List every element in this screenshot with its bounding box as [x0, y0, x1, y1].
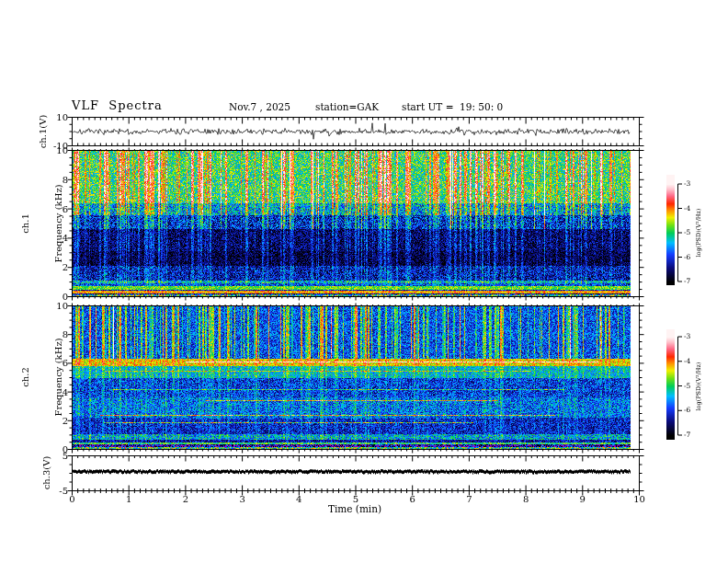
ch1-spec-y-tick-label: 4: [40, 233, 68, 243]
ch3-y-tick-label: -5: [40, 486, 68, 496]
ch1-spec-y-tick-label: 2: [40, 262, 68, 272]
ch3-voltage-axis-label: ch.3(V): [41, 456, 51, 490]
x-axis-title: Time (min): [318, 504, 392, 515]
x-tick-label: 4: [288, 494, 310, 504]
x-tick-label: 9: [572, 494, 594, 504]
ch1-spectrogram-axis-label: ch.1 Frequency (kHz): [0, 184, 86, 262]
ch1-axis-label-line1: ch.1: [20, 184, 31, 262]
ch1-spec-y-tick-label: 10: [40, 145, 68, 155]
colorbar2-tick-label: -4: [684, 358, 699, 365]
station-label: station=GAK: [315, 102, 379, 113]
ch2-spec-y-tick-label: 6: [40, 358, 68, 368]
ch1-spec-y-tick-label: 8: [40, 175, 68, 185]
colorbar2-tick-label: -3: [684, 333, 699, 340]
colorbar2-tick-label: -5: [684, 383, 699, 390]
plot-title: VLF Spectra: [72, 99, 163, 112]
date-label: Nov.7 , 2025: [229, 102, 290, 113]
ch2-axis-label-line2: Frequency (kHz): [53, 338, 64, 416]
x-tick-label: 2: [175, 494, 197, 504]
colorbar1-tick-label: -7: [684, 278, 699, 285]
ch2-spec-y-tick-label: 10: [40, 301, 68, 311]
x-tick-label: 7: [458, 494, 480, 504]
ch1-y-tick-label: 10: [40, 112, 68, 122]
ch2-spec-y-tick-label: 2: [40, 416, 68, 426]
ch1-spec-y-tick-label: 6: [40, 204, 68, 214]
x-tick-label: 5: [345, 494, 367, 504]
ch2-spectrogram-axis-label: ch.2 Frequency (kHz): [0, 338, 86, 416]
colorbar1-tick-label: -6: [684, 254, 699, 261]
colorbar1-tick-label: -5: [684, 229, 699, 236]
colorbar2-tick-label: -6: [684, 407, 699, 414]
colorbar1-tick-label: -3: [684, 180, 699, 188]
start-ut-label: start UT = 19: 50: 0: [402, 102, 503, 113]
colorbar2-tick-label: -7: [684, 431, 699, 439]
ch2-spec-y-tick-label: 4: [40, 387, 68, 397]
ch2-spec-y-tick-label: 8: [40, 329, 68, 339]
x-tick-label: 1: [118, 494, 140, 504]
colorbar1-tick-label: -4: [684, 205, 699, 213]
x-tick-label: 8: [515, 494, 537, 504]
spectra-plot-canvas: [0, 0, 728, 563]
x-tick-label: 10: [629, 494, 651, 504]
ch3-y-tick-label: 5: [40, 451, 68, 461]
ch2-axis-label-line1: ch.2: [20, 338, 31, 416]
ch1-axis-label-line2: Frequency (kHz): [53, 184, 64, 262]
vlf-spectra-figure: VLF Spectra Nov.7 , 2025 station=GAK sta…: [0, 0, 728, 563]
x-tick-label: 6: [402, 494, 424, 504]
x-tick-label: 3: [232, 494, 254, 504]
